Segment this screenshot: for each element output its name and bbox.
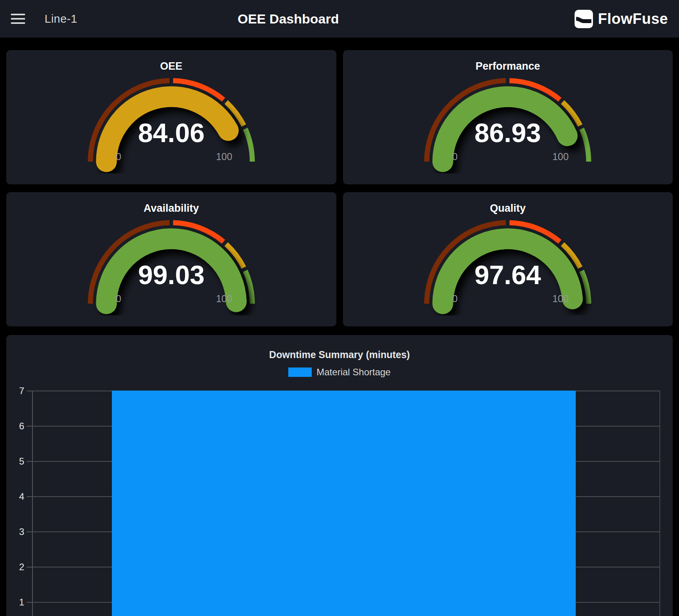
gauge-oee: 84.06 0 100 — [81, 72, 261, 173]
gauge-min-label: 0 — [116, 151, 121, 162]
gauge-performance: 86.93 0 100 — [418, 72, 598, 173]
gauge-card-oee: OEE 84.06 0 100 — [6, 50, 336, 184]
page-title: OEE Dashboard — [238, 11, 339, 27]
gauge-max-label: 100 — [216, 151, 232, 162]
gauge-title: Quality — [343, 202, 673, 214]
gauge-card-performance: Performance 86.93 0 100 — [343, 50, 673, 184]
flowfuse-logo: FlowFuse — [575, 10, 668, 28]
y-axis-tick — [27, 496, 33, 497]
y-axis-tick — [27, 567, 33, 567]
brand-name: FlowFuse — [598, 11, 668, 27]
dashboard-grid: OEE 84.06 0 100 Performance 86.93 0 100 … — [6, 50, 673, 326]
gauge-min-label: 0 — [116, 293, 121, 304]
y-axis-label: 4 — [9, 491, 24, 502]
y-axis-tick — [27, 602, 33, 603]
gauge-card-availability: Availability 99.03 0 100 — [6, 192, 336, 326]
chart-title: Downtime Summary (minutes) — [6, 335, 673, 360]
downtime-chart-card: Downtime Summary (minutes) Material Shor… — [6, 335, 673, 616]
bar-material-shortage[interactable] — [112, 391, 576, 616]
legend-swatch[interactable] — [288, 367, 312, 377]
gauge-value: 84.06 — [138, 118, 205, 148]
chart-legend: Material Shortage — [6, 367, 673, 378]
gauge-availability: 99.03 0 100 — [81, 214, 261, 315]
chart-plot-area: 1234567 — [32, 391, 660, 616]
y-axis-label: 5 — [9, 456, 24, 467]
y-axis-label: 6 — [9, 421, 24, 432]
gauge-value: 86.93 — [474, 118, 541, 148]
legend-label[interactable]: Material Shortage — [316, 367, 390, 378]
gauge-max-label: 100 — [552, 151, 569, 162]
y-axis-label: 7 — [9, 385, 24, 396]
gauge-value: 97.64 — [474, 260, 541, 290]
gauge-title: Availability — [6, 202, 336, 214]
app-bar: Line-1 OEE Dashboard FlowFuse — [0, 0, 679, 38]
y-axis-tick — [27, 531, 33, 532]
gauge-min-label: 0 — [452, 293, 458, 304]
gauge-quality: 97.64 0 100 — [418, 214, 598, 315]
y-axis-tick — [27, 391, 33, 391]
gauge-max-label: 100 — [216, 293, 232, 304]
gauge-title: Performance — [343, 60, 673, 72]
flowfuse-logo-icon — [575, 10, 593, 28]
gauge-value: 99.03 — [138, 260, 205, 290]
y-axis-label: 3 — [9, 526, 24, 537]
gauge-min-label: 0 — [452, 151, 458, 162]
y-axis-tick — [27, 461, 33, 462]
nav-title: Line-1 — [45, 13, 77, 25]
y-axis-label: 2 — [9, 562, 24, 573]
gauge-max-label: 100 — [552, 293, 569, 304]
y-axis-tick — [27, 426, 33, 427]
hamburger-menu-icon[interactable] — [11, 14, 25, 24]
y-axis-label: 1 — [9, 597, 24, 608]
gauge-card-quality: Quality 97.64 0 100 — [343, 192, 673, 326]
gauge-title: OEE — [6, 60, 336, 72]
